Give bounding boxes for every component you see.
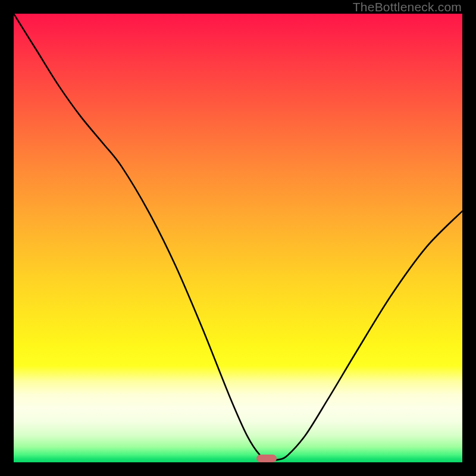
bottleneck-curve	[14, 14, 462, 462]
chart-frame	[14, 14, 462, 462]
watermark-text: TheBottleneck.com	[353, 0, 462, 14]
optimal-marker	[256, 455, 277, 462]
